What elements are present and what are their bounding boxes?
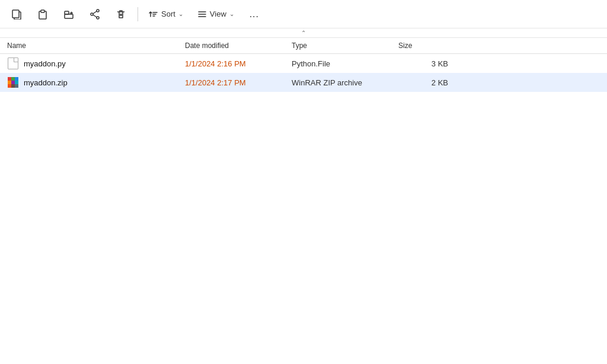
file-name: myaddon.py <box>24 59 66 68</box>
delete-icon <box>116 9 126 20</box>
view-chevron-icon: ⌄ <box>229 11 234 17</box>
file-date: 1/1/2024 2:16 PM <box>183 59 289 68</box>
file-date: 1/1/2024 2:17 PM <box>183 78 289 87</box>
svg-line-10 <box>93 15 97 17</box>
table-row[interactable]: myaddon.zip 1/1/2024 2:17 PM WinRAR ZIP … <box>0 73 607 92</box>
collapse-chevron-icon[interactable]: ⌃ <box>301 30 306 36</box>
sort-chevron-icon: ⌄ <box>178 11 183 17</box>
file-name-cell: myaddon.py <box>5 58 183 69</box>
toolbar: Sort ⌄ View ⌄ ... <box>0 0 607 28</box>
app-window: Sort ⌄ View ⌄ ... ⌃ Name Date modified T… <box>0 0 607 92</box>
col-header-size[interactable]: Size <box>396 41 455 50</box>
copy-button[interactable] <box>5 4 28 25</box>
svg-line-9 <box>93 11 97 14</box>
col-header-name[interactable]: Name <box>5 41 183 50</box>
share-icon <box>90 9 100 20</box>
svg-point-8 <box>91 13 93 15</box>
svg-point-6 <box>97 9 99 12</box>
col-header-type[interactable]: Type <box>289 41 396 50</box>
svg-rect-3 <box>41 10 44 12</box>
collapse-bar: ⌃ <box>0 28 607 38</box>
svg-rect-5 <box>65 14 73 18</box>
file-name: myaddon.zip <box>24 78 68 87</box>
move-to-button[interactable] <box>57 4 81 25</box>
paste-button[interactable] <box>31 4 55 25</box>
view-label: View <box>210 9 226 18</box>
delete-button[interactable] <box>109 4 133 25</box>
svg-rect-1 <box>12 10 19 18</box>
more-dots: ... <box>250 9 259 20</box>
toolbar-divider <box>138 7 138 21</box>
more-options-button[interactable]: ... <box>242 4 266 25</box>
column-headers: Name Date modified Type Size <box>0 38 607 54</box>
py-file-icon <box>7 58 19 69</box>
sort-label: Sort <box>161 9 175 18</box>
paste-icon <box>37 9 48 20</box>
file-type: Python.File <box>289 59 396 68</box>
file-size: 3 KB <box>396 59 455 68</box>
file-name-cell: myaddon.zip <box>5 76 183 88</box>
share-button[interactable] <box>83 4 107 25</box>
table-row[interactable]: myaddon.py 1/1/2024 2:16 PM Python.File … <box>0 54 607 73</box>
file-type: WinRAR ZIP archive <box>289 78 396 87</box>
view-icon <box>197 9 207 19</box>
moveto-icon <box>63 9 74 20</box>
svg-point-7 <box>97 17 99 19</box>
zip-file-icon <box>7 76 19 88</box>
copy-icon <box>11 9 22 20</box>
view-button[interactable]: View ⌄ <box>191 4 240 25</box>
col-header-date[interactable]: Date modified <box>183 41 289 50</box>
sort-icon <box>149 9 158 19</box>
file-list: Name Date modified Type Size myaddon.py … <box>0 38 607 92</box>
sort-button[interactable]: Sort ⌄ <box>143 4 189 25</box>
file-size: 2 KB <box>396 78 455 87</box>
